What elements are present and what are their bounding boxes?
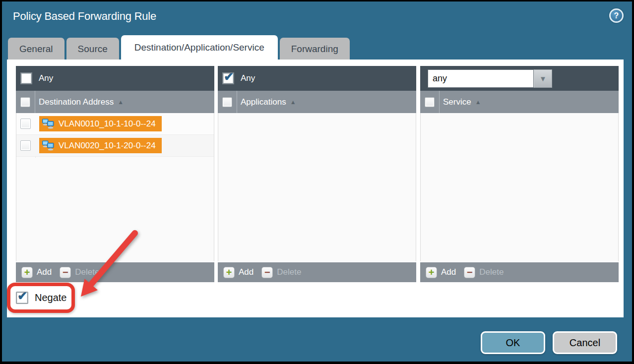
delete-button[interactable]: Delete: [277, 267, 301, 277]
service-any-bar: any ▼: [420, 66, 619, 91]
tab-forwarding[interactable]: Forwarding: [280, 38, 350, 60]
service-column-label: Service: [443, 97, 471, 107]
table-row[interactable]: VLAN0010_10-1-10-0--24: [16, 113, 214, 135]
service-actions-bar: + Add − Delete: [420, 261, 619, 282]
row-checkbox[interactable]: [20, 140, 31, 151]
tab-general[interactable]: General: [8, 38, 64, 60]
negate-label: Negate: [35, 292, 67, 303]
delete-icon[interactable]: −: [60, 267, 71, 278]
sort-asc-icon: ▲: [118, 99, 124, 106]
delete-icon[interactable]: −: [464, 267, 475, 278]
column-divider: [439, 91, 440, 113]
check-icon: ✔: [224, 71, 234, 83]
applications-any-checkbox[interactable]: ✔: [222, 72, 234, 84]
add-button[interactable]: Add: [37, 267, 52, 277]
address-object-label: VLAN0010_10-1-10-0--24: [59, 119, 156, 129]
destination-actions-bar: + Add − Delete: [16, 261, 214, 282]
check-icon: ✔: [17, 290, 27, 302]
delete-icon[interactable]: −: [261, 267, 273, 278]
applications-selectall-checkbox[interactable]: [222, 97, 232, 107]
service-dropdown-value[interactable]: any: [428, 69, 534, 88]
column-divider: [237, 91, 237, 113]
destination-column-label: Destination Address: [39, 97, 114, 107]
destination-any-bar: Any: [16, 66, 214, 91]
applications-actions-bar: + Add − Delete: [218, 261, 416, 282]
negate-checkbox[interactable]: ✔: [16, 292, 28, 304]
address-object-chip[interactable]: VLAN0010_10-1-10-0--24: [39, 116, 162, 131]
tab-destination-application-service[interactable]: Destination/Application/Service: [121, 35, 278, 60]
service-dropdown[interactable]: any ▼: [428, 69, 552, 88]
tab-bar: General Source Destination/Application/S…: [8, 35, 350, 60]
sort-asc-icon: ▲: [475, 99, 481, 106]
add-icon[interactable]: +: [223, 267, 235, 278]
destination-column-header[interactable]: Destination Address ▲: [16, 91, 214, 113]
applications-list: [218, 113, 416, 261]
applications-column-header[interactable]: Applications ▲: [218, 91, 416, 113]
dialog-surface: Policy Based Forwarding Rule ? General S…: [2, 1, 632, 362]
help-glyph: ?: [614, 11, 619, 20]
help-icon[interactable]: ?: [609, 8, 624, 23]
add-button[interactable]: Add: [239, 267, 254, 277]
applications-any-label: Any: [241, 73, 255, 83]
destination-selectall-checkbox[interactable]: [20, 97, 30, 107]
destination-panel: Any Destination Address ▲: [16, 66, 214, 282]
column-divider: [35, 91, 35, 113]
table-row[interactable]: VLAN0020_10-1-20-0--24: [16, 135, 214, 157]
address-object-label: VLAN0020_10-1-20-0--24: [59, 141, 156, 151]
destination-any-checkbox[interactable]: [20, 72, 32, 84]
service-panel: any ▼ Service ▲ + Add − Delete: [420, 66, 619, 282]
dialog-title: Policy Based Forwarding Rule: [13, 10, 156, 23]
ok-button[interactable]: OK: [481, 331, 545, 354]
network-icon: [42, 119, 55, 129]
address-object-chip[interactable]: VLAN0020_10-1-20-0--24: [39, 138, 162, 153]
delete-button[interactable]: Delete: [479, 267, 504, 277]
chevron-down-icon[interactable]: ▼: [534, 69, 552, 88]
delete-button[interactable]: Delete: [75, 267, 99, 277]
network-icon: [42, 140, 55, 151]
policy-forwarding-dialog: Policy Based Forwarding Rule ? General S…: [0, 0, 634, 364]
applications-any-bar: ✔ Any: [218, 66, 416, 91]
applications-panel: ✔ Any Applications ▲ + Add − Delete: [218, 66, 416, 282]
add-icon[interactable]: +: [21, 267, 33, 278]
service-column-header[interactable]: Service ▲: [420, 91, 619, 113]
service-selectall-checkbox[interactable]: [425, 97, 435, 107]
negate-highlight-box: ✔ Negate: [7, 283, 75, 313]
sort-asc-icon: ▲: [290, 99, 296, 106]
applications-column-label: Applications: [241, 97, 286, 107]
tab-source[interactable]: Source: [66, 38, 119, 60]
add-button[interactable]: Add: [441, 267, 456, 277]
service-list: [420, 113, 619, 261]
add-icon[interactable]: +: [426, 267, 437, 278]
row-checkbox[interactable]: [20, 119, 31, 129]
destination-any-label: Any: [39, 73, 53, 83]
cancel-button[interactable]: Cancel: [553, 331, 617, 354]
destination-list: VLAN0010_10-1-10-0--24: [16, 113, 214, 261]
